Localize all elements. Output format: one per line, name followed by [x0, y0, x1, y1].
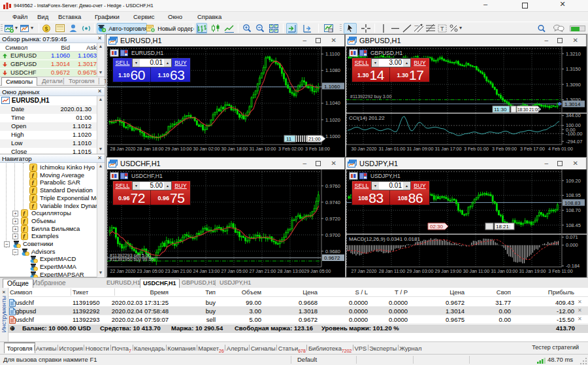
svg-text:29 Jan 19:00: 29 Jan 19:00 — [434, 269, 461, 274]
svg-text:T: T — [440, 26, 444, 32]
svg-text:0.9672: 0.9672 — [324, 255, 340, 261]
svg-text:-294.07: -294.07 — [566, 139, 582, 145]
svg-text:29 Jan 03:00: 29 Jan 03:00 — [406, 269, 433, 274]
svg-text:1.1100: 1.1100 — [325, 51, 340, 57]
svg-text:1.3150: 1.3150 — [566, 66, 581, 72]
svg-text:11: 11 — [286, 136, 292, 142]
svg-text:31 Jan 17:00: 31 Jan 17:00 — [434, 147, 461, 152]
svg-text:23 Jan 21:00: 23 Jan 21:00 — [165, 269, 191, 274]
svg-text:30 Jan 18:00: 30 Jan 18:00 — [221, 147, 248, 152]
svg-text:1.3090: 1.3090 — [566, 82, 581, 88]
svg-text:0.9760: 0.9760 — [325, 183, 340, 189]
svg-text:USDJPY,H1: USDJPY,H1 — [370, 173, 400, 179]
svg-text:3 Feb 01:00: 3 Feb 01:00 — [464, 147, 489, 152]
svg-text:3 Feb 09:00: 3 Feb 09:00 — [492, 147, 517, 152]
svg-text:USDCHF,H1: USDCHF,H1 — [131, 173, 163, 179]
svg-text:27 Jan 05:00: 27 Jan 05:00 — [221, 269, 248, 274]
svg-text:MACD(12,26,9) 0.0341 0.0181: MACD(12,26,9) 0.0341 0.0181 — [349, 236, 421, 242]
svg-text:$: $ — [44, 26, 48, 32]
svg-text:#11391950 buy 99.00: #11391950 buy 99.00 — [110, 257, 154, 262]
svg-text:3 Feb 02:00: 3 Feb 02:00 — [278, 147, 303, 152]
svg-text:0.9720: 0.9720 — [325, 216, 340, 222]
svg-text:#11392292 buy 3.00: #11392292 buy 3.00 — [350, 94, 391, 99]
svg-text:109.20: 109.20 — [566, 178, 581, 184]
svg-text:30 Jan 02:00: 30 Jan 02:00 — [193, 147, 220, 152]
svg-text:4 Feb 01:00: 4 Feb 01:00 — [548, 147, 573, 152]
svg-text:31 Jan 09:00: 31 Jan 09:00 — [406, 147, 433, 152]
svg-text:1.1000: 1.1000 — [325, 133, 340, 139]
svg-text:18:30 21:00: 18:30 21:00 — [517, 107, 540, 112]
svg-text:30 Jan 2020: 30 Jan 2020 — [351, 147, 376, 152]
svg-text:0.9680: 0.9680 — [325, 249, 340, 254]
svg-text:1.3210: 1.3210 — [566, 51, 581, 57]
svg-text:一: 一 — [414, 24, 419, 28]
svg-text:0.071: 0.071 — [566, 234, 578, 240]
svg-text:3 Feb 18:00: 3 Feb 18:00 — [305, 147, 330, 152]
svg-text:-100.00: -100.00 — [566, 131, 582, 137]
svg-text:29 Jan 10:00: 29 Jan 10:00 — [165, 147, 191, 152]
svg-text:0.9740: 0.9740 — [325, 200, 340, 205]
svg-text:27 Jan 2020: 27 Jan 2020 — [351, 269, 376, 274]
svg-text:31 Jan 19:00: 31 Jan 19:00 — [519, 269, 546, 274]
svg-text:31 Jan 01:00: 31 Jan 01:00 — [378, 147, 405, 152]
svg-text:GBPUSD,H1: GBPUSD,H1 — [370, 50, 402, 56]
svg-text:CCI(14) 201.22: CCI(14) 201.22 — [349, 115, 385, 121]
svg-text:1.1040: 1.1040 — [325, 100, 340, 106]
svg-text:1.1060: 1.1060 — [324, 84, 340, 90]
svg-text:1.1020: 1.1020 — [325, 117, 340, 123]
svg-text:-0.184: -0.184 — [566, 263, 580, 269]
svg-text:28 Jan 11:00: 28 Jan 11:00 — [379, 269, 406, 274]
svg-text:29 Jan 05:00: 29 Jan 05:00 — [304, 269, 331, 274]
svg-text:28 Jan 13:00: 28 Jan 13:00 — [277, 269, 304, 274]
svg-text:108.95: 108.95 — [566, 192, 581, 198]
svg-text:108.45: 108.45 — [566, 222, 581, 228]
svg-text:EURUSD,H1: EURUSD,H1 — [131, 50, 163, 56]
svg-text:108.70: 108.70 — [566, 207, 581, 213]
svg-text:344.00: 344.00 — [566, 113, 581, 118]
svg-text:31 Jan 10:00: 31 Jan 10:00 — [249, 147, 276, 152]
svg-text:23 Jan 05:00: 23 Jan 05:00 — [137, 269, 163, 274]
svg-text:30 Jan 11:00: 30 Jan 11:00 — [463, 269, 490, 274]
svg-text:22 Jan 2020: 22 Jan 2020 — [110, 269, 135, 274]
svg-text:31 Jan 03:00: 31 Jan 03:00 — [491, 269, 517, 274]
svg-text:11:30: 11:30 — [494, 107, 507, 113]
svg-text:18:21:: 18:21: — [496, 224, 510, 230]
svg-text:1.1080: 1.1080 — [325, 67, 340, 73]
svg-text:24 Jan 13:00: 24 Jan 13:00 — [193, 269, 220, 274]
svg-text:28 Jan 18:00: 28 Jan 18:00 — [137, 147, 163, 152]
svg-text:27 Jan 21:00: 27 Jan 21:00 — [249, 269, 276, 274]
svg-text:0.9700: 0.9700 — [325, 232, 340, 238]
svg-text:02:30: 02:30 — [430, 224, 444, 230]
svg-text:108.83: 108.83 — [564, 200, 581, 206]
svg-text:3 Feb 11:00: 3 Feb 11:00 — [548, 269, 572, 274]
svg-text:3 Feb 17:00: 3 Feb 17:00 — [520, 147, 545, 152]
svg-text:21:00: 21:00 — [308, 136, 321, 142]
svg-text:0.000: 0.000 — [566, 242, 578, 248]
svg-text:28 Jan 2020: 28 Jan 2020 — [110, 147, 135, 152]
svg-text:1.3014: 1.3014 — [564, 101, 581, 107]
